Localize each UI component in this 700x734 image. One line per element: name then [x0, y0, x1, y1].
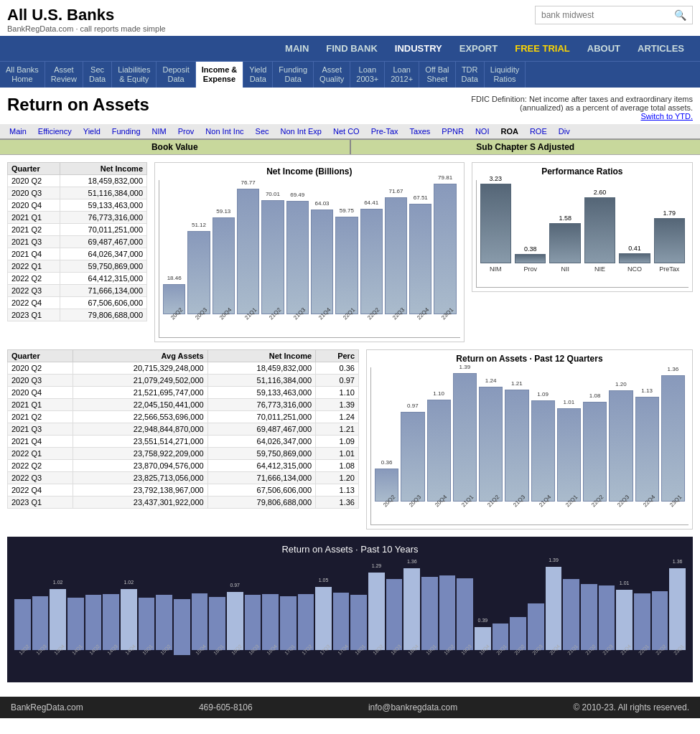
tab-sec[interactable]: Sec: [250, 124, 275, 138]
bar: 76.77: [237, 189, 259, 314]
big-bar-value-label: 1.05: [319, 578, 329, 583]
bar-wrap: 1.1322Q4: [635, 371, 659, 510]
perf-bar-wrap: 2.60NIE: [584, 184, 615, 273]
subnav-funding[interactable]: FundingData: [273, 62, 314, 88]
tab-net-co[interactable]: Net CO: [327, 124, 365, 138]
bar-value-label: 79.81: [438, 174, 452, 181]
big-bar: [262, 594, 279, 650]
subnav-loan-2003[interactable]: Loan2003+: [350, 62, 385, 88]
table-row: 2022 Q123,758,922,209,00059,750,869,0001…: [8, 448, 359, 460]
subnav-off-bal[interactable]: Off BalSheet: [419, 62, 455, 88]
big-bar-wrap: 17Q2: [298, 564, 314, 657]
table-row: 2020 Q218,459,832,000: [8, 175, 147, 187]
tab-funding[interactable]: Funding: [106, 124, 146, 138]
subnav-all-banks[interactable]: All BanksHome: [0, 62, 45, 88]
subnav-liquidity[interactable]: LiquidityRatios: [485, 62, 526, 88]
big-bar: 1.39: [546, 567, 562, 651]
roa-small-bars: 0.3620Q20.9720Q31.1020Q41.3921Q11.2421Q2…: [370, 367, 689, 525]
tab-ppnr[interactable]: PPNR: [436, 124, 470, 138]
tab-roe[interactable]: ROE: [524, 124, 553, 138]
subnav-tdr[interactable]: TDRData: [456, 62, 485, 88]
bar-value-label: 51.12: [192, 222, 206, 228]
footer-copyright: © 2010-23. All rights reserved.: [573, 702, 689, 712]
subnav-yield[interactable]: YieldData: [243, 62, 273, 88]
table-row: 2022 Q159,750,869,000: [8, 260, 147, 273]
perf-bar-xlabel: NIE: [594, 265, 605, 273]
nav-articles[interactable]: ARTICLES: [629, 36, 693, 61]
nav-industry[interactable]: INDUSTRY: [386, 36, 451, 61]
tab-yield[interactable]: Yield: [78, 124, 106, 138]
bar-wrap: 1.0921Q4: [531, 371, 555, 510]
big-bar-wrap: 22Q2: [652, 564, 668, 657]
subnav-asset-quality[interactable]: AssetQuality: [314, 62, 350, 88]
perf-bar-xlabel: NII: [561, 265, 569, 273]
big-bar: 1.29: [368, 573, 385, 650]
tab-taxes[interactable]: Taxes: [404, 124, 437, 138]
switch-ytd-link[interactable]: Switch to YTD.: [640, 112, 693, 121]
search-box[interactable]: 🔍: [535, 6, 693, 24]
tab-roa[interactable]: ROA: [495, 124, 523, 138]
perf-bar-value: 2.60: [594, 189, 607, 196]
page-title-bar: Return on Assets FDIC Definition: Net in…: [0, 88, 700, 124]
nav-find-bank[interactable]: FIND BANK: [317, 36, 386, 61]
big-bar: 1.02: [50, 589, 66, 651]
tab-pre-tax[interactable]: Pre-Tax: [365, 124, 404, 138]
bar-value-label: 64.03: [315, 200, 330, 207]
site-title: All U.S. Banks: [7, 6, 166, 24]
table-row: 2021 Q369,487,467,000: [8, 236, 147, 248]
big-bar-wrap: 16Q3: [245, 564, 261, 657]
tab-nim[interactable]: NIM: [146, 124, 172, 138]
tab-main[interactable]: Main: [4, 124, 32, 138]
big-bar-wrap: 22Q1: [634, 564, 650, 657]
perf-bar-wrap: 3.23NIM: [480, 184, 511, 273]
subnav-liabilities[interactable]: Liabilities& Equity: [112, 62, 157, 88]
big-bar-wrap: 15Q2: [156, 564, 172, 657]
nav-export[interactable]: EXPORT: [451, 36, 506, 61]
bar-value-label: 1.39: [459, 364, 471, 370]
bar-value-label: 76.77: [241, 179, 256, 186]
table-row: 2022 Q223,870,094,576,00064,412,315,0001…: [8, 460, 359, 472]
big-bar: [139, 598, 155, 651]
nav-free-trial[interactable]: FREE TRIAL: [506, 36, 579, 61]
table-row: 2021 Q176,773,316,000: [8, 212, 147, 224]
tab-div[interactable]: Div: [553, 124, 576, 138]
big-chart-title: Return on Assets · Past 10 Years: [14, 544, 686, 555]
net-income-table-container: Quarter Net Income 2020 Q218,459,832,000…: [7, 162, 147, 342]
perf-bar-wrap: 1.58NII: [549, 184, 580, 273]
subnav-sec-data[interactable]: SecData: [83, 62, 112, 88]
bar: 64.03: [311, 210, 333, 314]
subnav-deposit[interactable]: DepositData: [157, 62, 195, 88]
big-bar-value-label: 1.02: [123, 580, 134, 585]
big-bar: [103, 594, 119, 651]
bar: 1.20: [609, 390, 633, 502]
bar-wrap: 18.4620Q2: [163, 184, 185, 323]
big-bar-wrap: 1.0517Q3: [315, 564, 332, 657]
tab-non-int-inc[interactable]: Non Int Inc: [200, 124, 249, 138]
bar-wrap: 71.6722Q3: [385, 184, 407, 323]
view-book-value[interactable]: Book Value: [0, 140, 351, 154]
view-subchapter[interactable]: Sub Chapter S Adjusted: [351, 140, 701, 154]
search-input[interactable]: [541, 10, 674, 20]
perf-ratios-bars: 3.23NIM0.38Prov1.58NII2.60NIE0.41NCO1.79…: [476, 180, 689, 288]
big-bar-wrap: 18Q1: [350, 564, 367, 657]
tab-noi[interactable]: NOI: [470, 124, 495, 138]
perf-bar-value: 1.79: [663, 210, 676, 217]
big-bar: [280, 596, 297, 650]
table-row: 2022 Q323,825,713,056,00071,666,134,0001…: [8, 472, 359, 484]
subnav-loan-2012[interactable]: Loan2012+: [385, 62, 419, 88]
bar-value-label: 1.36: [668, 366, 679, 372]
subnav-asset-review[interactable]: AssetReview: [45, 62, 83, 88]
net-income-table: Quarter Net Income 2020 Q218,459,832,000…: [7, 162, 147, 321]
big-bar-wrap: 19Q3: [457, 564, 473, 657]
nav-main[interactable]: MAIN: [276, 36, 317, 61]
big-bar-wrap: 16Q1: [209, 564, 225, 657]
tab-prov[interactable]: Prov: [172, 124, 200, 138]
big-bar: [634, 593, 650, 651]
subnav-income[interactable]: Income &Expense: [196, 62, 244, 88]
nav-about[interactable]: ABOUT: [579, 36, 629, 61]
perf-ratios-chart: Performance Ratios 3.23NIM0.38Prov1.58NI…: [472, 162, 693, 292]
tab-non-int-exp[interactable]: Non Int Exp: [275, 124, 327, 138]
tab-efficiency[interactable]: Efficiency: [32, 124, 78, 138]
table-row: 2021 Q270,011,251,000: [8, 224, 147, 236]
big-bar-value-label: 1.29: [372, 563, 382, 568]
